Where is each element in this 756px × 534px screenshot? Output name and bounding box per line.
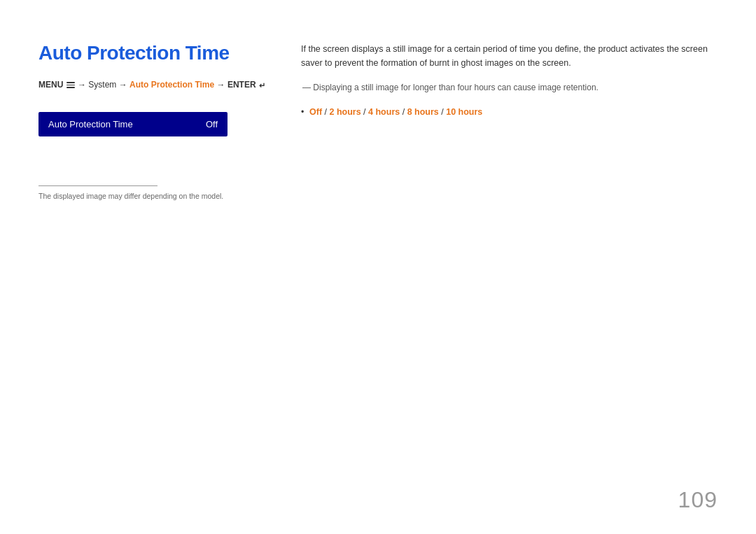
footnote-text: The displayed image may differ depending… [38,192,276,200]
enter-text: ENTER ↵ [227,80,265,90]
opt-2hours: 2 hours [329,107,360,117]
screen-mockup: Auto Protection Time Off [38,112,227,136]
opt-sep1: / [322,107,329,117]
page-title: Auto Protection Time [38,42,276,64]
menu-label: MENU [38,80,78,90]
arrow1: → [78,80,88,90]
page-number: 109 [678,487,718,513]
opt-4hours: 4 hours [368,107,400,117]
screen-row-label: Auto Protection Time [48,119,133,129]
description-text: If the screen displays a still image for… [301,42,714,70]
note-line: Displaying a still image for longer than… [301,81,714,94]
screen-row: Auto Protection Time Off [38,112,227,136]
arrow3: → [217,80,227,90]
menu-path: MENU → System → Auto Protection Time → E… [38,78,276,91]
options-line: Off / 2 hours / 4 hours / 8 hours / 10 h… [301,105,714,120]
menu-feature-text: Auto Protection Time [130,80,214,90]
right-column: If the screen displays a still image for… [301,42,714,120]
arrow2: → [119,80,130,90]
opt-sep4: / [439,107,446,117]
opt-8hours: 8 hours [407,107,439,117]
left-column: Auto Protection Time MENU → System → Aut… [38,42,276,200]
opt-sep2: / [361,107,368,117]
system-text: System [88,80,116,90]
opt-sep3: / [400,107,407,117]
enter-icon: ↵ [259,80,265,92]
screen-row-value: Off [206,119,218,129]
opt-10hours: 10 hours [446,107,482,117]
opt-off: Off [309,107,322,117]
footnote-divider [38,185,158,186]
page-container: Auto Protection Time MENU → System → Aut… [0,0,756,534]
menu-icon [66,82,75,88]
